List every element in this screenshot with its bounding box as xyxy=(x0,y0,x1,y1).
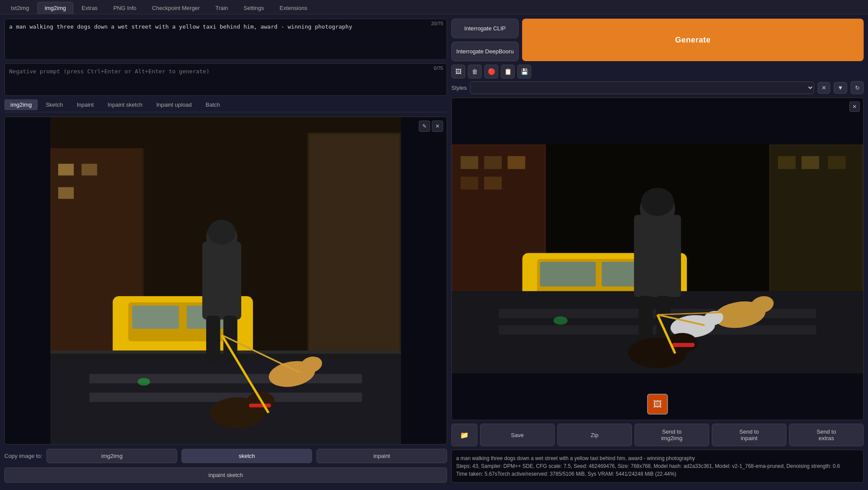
prompt-container: 20/75 xyxy=(4,19,447,60)
svg-point-33 xyxy=(138,378,150,385)
svg-rect-70 xyxy=(672,343,694,347)
svg-rect-44 xyxy=(778,156,796,169)
open-folder-btn[interactable]: 📁 xyxy=(451,424,477,446)
styles-label: Styles xyxy=(451,85,467,91)
svg-point-74 xyxy=(553,317,568,325)
output-close-btn[interactable]: ✕ xyxy=(849,101,860,112)
subtab-batch[interactable]: Batch xyxy=(200,99,226,110)
copy-to-img2img-btn[interactable]: img2img xyxy=(46,449,177,463)
tab-txt2img[interactable]: txt2img xyxy=(3,2,36,14)
top-nav: txt2img img2img Extras PNG Info Checkpoi… xyxy=(0,0,868,14)
sub-tabs: img2img Sketch Inpaint Inpaint sketch In… xyxy=(4,99,447,112)
interrogate-clip-btn[interactable]: Interrogate CLIP xyxy=(451,19,519,38)
tab-png-info[interactable]: PNG Info xyxy=(106,2,144,14)
styles-section: 🖼 🗑 🔴 📋 💾 Styles ✕ ▼ ↻ xyxy=(451,65,864,94)
styles-row: Styles ✕ ▼ ↻ xyxy=(451,81,864,94)
svg-rect-49 xyxy=(540,262,596,287)
svg-rect-39 xyxy=(508,156,526,169)
styles-refresh-btn[interactable]: ↻ xyxy=(851,81,864,94)
folder-icon: 📁 xyxy=(460,431,469,439)
subtab-inpaint-upload[interactable]: Inpaint upload xyxy=(150,99,198,110)
neg-prompt-counter: 0/75 xyxy=(434,65,443,71)
tab-train[interactable]: Train xyxy=(208,2,235,14)
clipboard-icon[interactable]: 📋 xyxy=(501,65,515,78)
interrogate-deepbooru-btn[interactable]: Interrogate DeepBooru xyxy=(451,42,519,61)
model-avatar-badge: 🖼 xyxy=(647,394,668,415)
tab-checkpoint-merger[interactable]: Checkpoint Merger xyxy=(145,2,207,14)
toolbar-icons: 🖼 🗑 🔴 📋 💾 xyxy=(451,65,864,78)
svg-rect-41 xyxy=(484,176,502,189)
save-icon[interactable]: 💾 xyxy=(517,65,531,78)
send-to-inpaint-btn[interactable]: Send toinpaint xyxy=(712,424,786,446)
copy-image-row: Copy image to: img2img sketch inpaint xyxy=(4,447,447,465)
copy-to-sketch-btn[interactable]: sketch xyxy=(181,449,312,463)
prompt-input[interactable] xyxy=(5,19,447,58)
svg-rect-40 xyxy=(460,176,478,189)
info-time: Time taken: 5.67sTorch active/reserved: … xyxy=(456,470,859,478)
stop-icon[interactable]: 🔴 xyxy=(484,65,498,78)
zip-btn[interactable]: Zip xyxy=(557,424,632,446)
styles-select[interactable] xyxy=(470,82,814,94)
prompt-counter: 20/75 xyxy=(431,21,443,26)
subtab-inpaint-sketch[interactable]: Inpaint sketch xyxy=(102,99,148,110)
output-area: ✕ 🖼 📁 Save Zip Send toimg2img Send toinp… xyxy=(451,98,864,483)
tab-settings[interactable]: Settings xyxy=(236,2,271,14)
neg-prompt-container: 0/75 xyxy=(4,63,447,96)
svg-rect-3 xyxy=(58,164,74,176)
copy-image-label: Copy image to: xyxy=(4,453,42,459)
svg-rect-38 xyxy=(484,156,502,169)
info-prompt: a man walking three dogs down a wet stre… xyxy=(456,454,859,462)
left-panel: 20/75 0/75 img2img Sketch Inpaint Inpain… xyxy=(4,19,447,483)
styles-dropdown-btn[interactable]: ▼ xyxy=(834,82,847,94)
styles-clear-btn[interactable]: ✕ xyxy=(818,82,830,94)
paste-icon[interactable]: 🖼 xyxy=(451,65,465,78)
tab-img2img[interactable]: img2img xyxy=(37,2,73,14)
neg-prompt-input[interactable] xyxy=(5,64,447,94)
copy-to-inpaint-btn[interactable]: inpaint xyxy=(316,449,447,463)
info-details: Steps: 43, Sampler: DPM++ SDE, CFG scale… xyxy=(456,462,859,470)
send-to-img2img-btn[interactable]: Send toimg2img xyxy=(635,424,709,446)
trash-icon[interactable]: 🗑 xyxy=(468,65,482,78)
subtab-inpaint[interactable]: Inpaint xyxy=(71,99,100,110)
top-right-controls: Interrogate CLIP Interrogate DeepBooru G… xyxy=(451,19,864,61)
svg-point-23 xyxy=(208,220,236,245)
right-section: Interrogate CLIP Interrogate DeepBooru G… xyxy=(447,19,864,483)
tab-extensions[interactable]: Extensions xyxy=(272,2,315,14)
send-to-extras-btn[interactable]: Send toextras xyxy=(789,424,864,446)
svg-point-61 xyxy=(641,188,674,216)
svg-rect-24 xyxy=(206,316,220,363)
subtab-sketch[interactable]: Sketch xyxy=(39,99,69,110)
svg-rect-62 xyxy=(639,296,653,343)
svg-rect-45 xyxy=(802,156,819,169)
generation-info: a man walking three dogs down a wet stre… xyxy=(451,450,864,483)
interrogate-column: Interrogate CLIP Interrogate DeepBooru xyxy=(451,19,519,61)
clear-image-btn[interactable]: ✕ xyxy=(432,121,443,132)
edit-image-btn[interactable]: ✎ xyxy=(419,121,430,132)
svg-rect-5 xyxy=(58,187,74,199)
svg-rect-4 xyxy=(82,164,97,176)
generate-btn[interactable]: Generate xyxy=(522,19,864,61)
svg-rect-30 xyxy=(249,404,271,408)
svg-rect-46 xyxy=(828,156,846,169)
tab-extras[interactable]: Extras xyxy=(74,2,105,14)
image-corner-buttons: ✎ ✕ xyxy=(419,121,443,132)
save-btn[interactable]: Save xyxy=(480,424,555,446)
main-layout: 20/75 0/75 img2img Sketch Inpaint Inpain… xyxy=(0,14,868,487)
svg-rect-37 xyxy=(460,156,478,169)
input-image-zone[interactable]: ✎ ✕ xyxy=(4,117,447,444)
output-image-container: ✕ 🖼 xyxy=(451,98,864,420)
subtab-img2img[interactable]: img2img xyxy=(4,99,38,110)
svg-rect-10 xyxy=(132,305,179,329)
copy-to-inpaint-sketch-btn[interactable]: inpaint sketch xyxy=(4,467,447,483)
action-buttons: 📁 Save Zip Send toimg2img Send toinpaint… xyxy=(451,424,864,446)
